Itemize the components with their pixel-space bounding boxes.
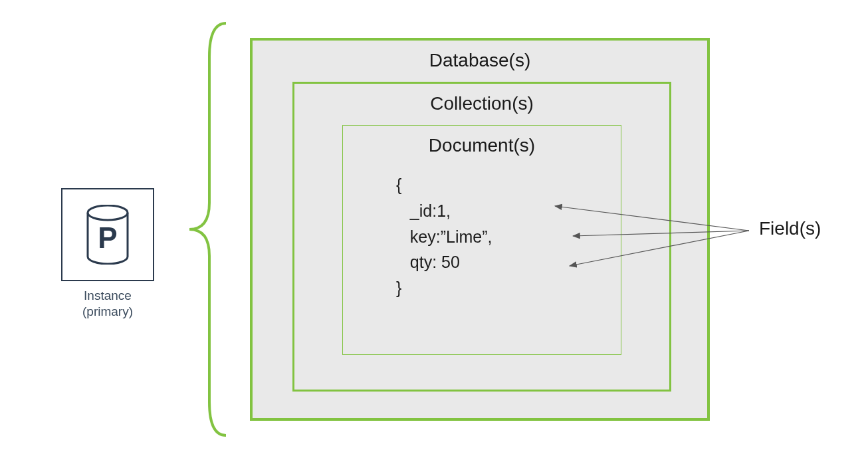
database-cylinder-icon: P: [84, 205, 131, 265]
field-arrows: [553, 199, 759, 286]
fields-label: Field(s): [759, 218, 821, 239]
instance-box: P: [61, 188, 154, 281]
svg-line-3: [573, 231, 749, 236]
svg-point-0: [88, 205, 128, 220]
document-title: Document(s): [343, 135, 621, 156]
svg-line-4: [570, 231, 749, 266]
document-content: { _id:1, key:”Lime”, qty: 50 }: [396, 172, 492, 301]
brace-icon: [179, 17, 239, 442]
svg-line-2: [555, 206, 749, 231]
instance-label-line1: Instance: [84, 288, 132, 302]
instance-label: Instance (primary): [61, 288, 154, 320]
instance-label-line2: (primary): [82, 304, 133, 318]
database-title: Database(s): [253, 50, 707, 71]
instance-letter: P: [98, 221, 117, 255]
collection-title: Collection(s): [294, 93, 669, 114]
